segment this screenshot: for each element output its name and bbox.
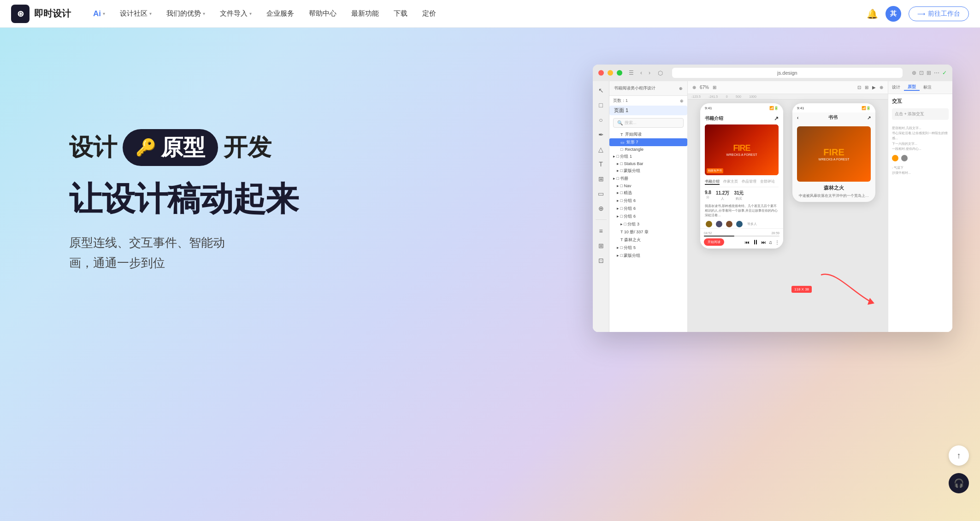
start-reading-button[interactable]: 开始阅读 <box>704 238 724 246</box>
properties-panel: 设计 原型 标注 交互 点击 + 添加交互 星宿相对,几段 <box>888 81 952 332</box>
hero-title: 让设计稿动起来 <box>69 177 298 221</box>
nav-item-import[interactable]: 文件导入 ▾ <box>213 0 259 28</box>
play-controls: 开始阅读 ⏮ ⏸ ⏭ ♫ ⋮ <box>704 238 779 246</box>
hero-description: 原型连线、交互事件、智能动画，通通一步到位 <box>69 232 263 273</box>
nav-item-pricing[interactable]: 定价 <box>415 0 443 28</box>
hero-section: 设计 🔑 原型 开发 让设计稿动起来 原型连线、交互事件、智能动画，通通一步到位… <box>0 28 980 521</box>
layer-item[interactable]: ▸ □ 分组 6 <box>609 205 687 213</box>
chrome-share-icon: ⬡ <box>658 70 663 77</box>
layer-item[interactable]: ▸ □ 分组 6 <box>609 197 687 205</box>
goto-workspace-button[interactable]: ⟶ 前往工作台 <box>909 6 969 21</box>
badge-suffix: 开发 <box>224 131 272 164</box>
layers-list: T 开始阅读 ▭ 矩形 7 □ Rectangle <box>609 130 687 332</box>
nav-item-download[interactable]: 下载 <box>386 0 415 28</box>
share-icon[interactable]: ⊕ <box>912 70 916 76</box>
book-author-intro: 中途被风暴吹落在太平洋中的一个荒岛上… <box>797 193 871 198</box>
next-icon[interactable]: ⏭ <box>762 240 766 245</box>
props-tab-prototype[interactable]: 原型 <box>904 84 920 91</box>
image-icon[interactable]: ⊞ <box>596 173 606 184</box>
more-icon[interactable]: ⋯ <box>934 70 939 76</box>
layer-item[interactable]: ▸ □ 精选 <box>609 189 687 197</box>
layer-item[interactable]: ▸ □ 分组 6 <box>609 213 687 220</box>
color-swatch-orange <box>892 155 898 161</box>
interaction-section: 交互 点击 + 添加交互 <box>888 94 952 124</box>
layer-item[interactable]: ▸ □ Nav <box>609 183 687 189</box>
bell-icon[interactable]: 🔔 <box>867 8 878 19</box>
logo[interactable]: ⊛ 即时设计 <box>11 5 71 23</box>
circle-icon[interactable]: ○ <box>597 114 604 125</box>
text-icon[interactable]: T <box>597 159 605 170</box>
nav-item-advantages[interactable]: 我们的优势 ▾ <box>159 0 213 28</box>
sidebar-toggle-icon[interactable]: ☰ <box>629 70 634 76</box>
play-icon[interactable]: ⏸ <box>752 238 759 246</box>
nav-items: Ai ▾ 设计社区 ▾ 我们的优势 ▾ 文件导入 ▾ 企业服务 帮助中心 最新功… <box>86 0 867 28</box>
window-chrome: ☰ ‹ › ⬡ js.design ⊕ ⊡ ⊞ ⋯ ✓ <box>593 65 952 81</box>
canvas-content: 9:41 📶🔋 书籍介绍 ↗ FIRE <box>688 94 888 332</box>
components-icon[interactable]: ⊞ <box>596 240 606 251</box>
canvas-area[interactable]: ⊕ 67% ⊞ ⊡ ⊞ ▶ ⊕ -123.5 -241.5 0 500 10 <box>688 81 888 332</box>
layer-item[interactable]: T 10 册/ 337 章 <box>609 228 687 236</box>
chevron-down-icon: ▾ <box>149 11 152 16</box>
phone-screen-1: 9:41 📶🔋 书籍介绍 ↗ FIRE <box>700 103 783 249</box>
book-stats: 9.8 分 11.2万 人 31元 购买 <box>705 190 779 201</box>
frame-icon[interactable]: □ <box>597 100 604 111</box>
layer-item[interactable]: ▸ □ 分组 1 <box>609 153 687 160</box>
logo-text: 即时设计 <box>34 7 71 20</box>
layers-icon[interactable]: ≡ <box>597 225 604 237</box>
play-bar: 04:52 28:59 开始阅读 <box>700 228 783 249</box>
interaction-label: 交互 <box>892 98 949 105</box>
phone-header: 书籍介绍 ↗ <box>700 112 783 124</box>
side-annotation-text: 星宿相对,几段文字... 书心深处活着,让你感觉到一种陌生的情感... 下一六段… <box>888 124 952 177</box>
color-swatch-gray <box>901 155 908 161</box>
layer-item[interactable]: ▸ □ 分组 3 <box>609 220 687 228</box>
address-bar[interactable]: js.design <box>672 68 903 78</box>
phone2-content: FIRE WRECKS A FOREST 森林之火 中途被风暴吹落在太平洋中的一… <box>792 123 875 202</box>
volume-icon[interactable]: ♫ <box>769 240 773 245</box>
nav-item-ai[interactable]: Ai ▾ <box>86 0 112 28</box>
nav-back-icon[interactable]: ‹ <box>640 70 642 76</box>
nav-item-enterprise[interactable]: 企业服务 <box>259 0 301 28</box>
more-options-icon[interactable]: ⋮ <box>775 240 779 245</box>
tooltip-box: 118 X 38 <box>791 286 812 293</box>
layer-item[interactable]: ▸ □ 蒙版分组 <box>609 252 687 260</box>
avatar[interactable]: 其 <box>886 6 901 22</box>
hero-badge-row: 设计 🔑 原型 开发 <box>69 129 298 166</box>
triangle-icon[interactable]: △ <box>596 144 605 155</box>
nav-item-new[interactable]: 最新功能 <box>344 0 386 28</box>
phone-status-bar-2: 9:41 📶🔋 <box>792 103 875 112</box>
scroll-up-button[interactable]: ↑ <box>949 445 969 466</box>
layers-search[interactable]: 🔍 搜索... <box>613 118 684 128</box>
play-progress-fill <box>704 236 734 237</box>
layer-item[interactable]: ▸ □ 分组 5 <box>609 244 687 252</box>
assets-icon[interactable]: ⊡ <box>596 255 606 266</box>
layer-item[interactable]: T 森林之火 <box>609 236 687 244</box>
nav-item-community[interactable]: 设计社区 ▾ <box>112 0 159 28</box>
window-close-dot[interactable] <box>598 70 604 76</box>
nav-forward-icon[interactable]: › <box>649 70 650 76</box>
layer-item[interactable]: ▸ □ 蒙版分组 <box>609 167 687 175</box>
layer-item[interactable]: ▸ □ Status Bar <box>609 160 687 167</box>
props-tab-annotation[interactable]: 标注 <box>920 84 935 90</box>
page-item[interactable]: 页面 1 <box>609 106 687 115</box>
prev-icon[interactable]: ⏮ <box>745 240 750 245</box>
layer-item[interactable]: ▸ □ 书册 <box>609 175 687 183</box>
bookmark-icon[interactable]: ⊡ <box>919 70 924 76</box>
cursor-icon[interactable]: ↖ <box>596 85 606 96</box>
app-window: ☰ ‹ › ⬡ js.design ⊕ ⊡ ⊞ ⋯ ✓ ↖ □ ○ ✒ <box>593 65 952 332</box>
layer-item-selected[interactable]: ▭ 矩形 7 <box>609 138 687 146</box>
check-icon[interactable]: ✓ <box>942 70 947 76</box>
arrow-overlay <box>817 266 881 314</box>
pen-icon[interactable]: ✒ <box>596 129 606 140</box>
nav-item-help[interactable]: 帮助中心 <box>301 0 344 28</box>
zoom-icon[interactable]: ⊞ <box>927 70 931 76</box>
layer-item[interactable]: T 开始阅读 <box>609 130 687 138</box>
layer-item[interactable]: □ Rectangle <box>609 146 687 153</box>
rect-icon[interactable]: ▭ <box>596 188 606 199</box>
window-maximize-dot[interactable] <box>617 70 622 76</box>
brush-icon[interactable]: ⊕ <box>596 203 606 214</box>
help-button[interactable]: 🎧 <box>949 473 969 493</box>
window-minimize-dot[interactable] <box>608 70 613 76</box>
avatar <box>725 220 733 228</box>
avatar <box>705 220 713 228</box>
page-section: 页数：1 ⊕ <box>609 96 687 106</box>
